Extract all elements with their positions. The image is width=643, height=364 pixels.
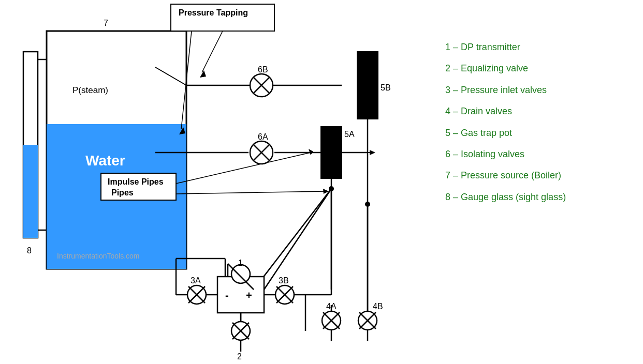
pressure-tapping-label: Pressure Tapping	[179, 8, 248, 17]
label-5a: 5A	[344, 130, 355, 139]
svg-line-35	[264, 189, 331, 290]
legend-item-6: 6 – Isolating valves	[445, 148, 632, 160]
svg-line-70	[202, 31, 223, 72]
label-steam: P(steam)	[72, 85, 108, 95]
legend-item-5: 5 – Gas trap pot	[445, 127, 632, 139]
diagram-area: 8 7 P(steam) Water InstrumentationTools.…	[0, 0, 430, 364]
svg-line-77	[176, 191, 326, 194]
legend-item-8: 8 – Gauge glass (sight glass)	[445, 191, 632, 203]
legend-item-4: 4 – Drain valves	[445, 105, 632, 117]
impulse-pipes-label2: Pipes	[111, 188, 134, 197]
svg-text:-: -	[225, 290, 229, 301]
svg-rect-3	[23, 145, 38, 238]
label-6a: 6A	[258, 132, 268, 141]
legend-item-7: 7 – Pressure source (Boiler)	[445, 170, 632, 181]
svg-rect-22	[321, 127, 342, 178]
label-8: 8	[27, 246, 32, 255]
svg-rect-14	[357, 52, 378, 119]
impulse-pipes-label: Impulse Pipes	[108, 177, 164, 186]
svg-line-27	[254, 189, 331, 290]
watermark: InstrumentationTools.com	[57, 252, 140, 260]
label-water: Water	[85, 153, 125, 169]
legend-item-2: 2 – Equalizing valve	[445, 63, 632, 74]
label-2: 2	[237, 352, 242, 361]
label-7: 7	[104, 19, 108, 27]
label-6b: 6B	[258, 65, 268, 74]
label-5b: 5B	[381, 83, 391, 92]
svg-line-75	[176, 153, 311, 184]
label-3b: 3B	[279, 276, 289, 285]
svg-marker-80	[370, 150, 375, 155]
legend-item-1: 1 – DP transmitter	[445, 41, 632, 53]
svg-text:+: +	[246, 290, 252, 301]
label-4a: 4A	[326, 302, 337, 311]
legend-area: 1 – DP transmitter 2 – Equalizing valve …	[445, 41, 632, 213]
label-3a: 3A	[191, 276, 201, 285]
legend-item-3: 3 – Pressure inlet valves	[445, 84, 632, 96]
label-4b: 4B	[373, 302, 383, 311]
svg-point-32	[231, 265, 250, 283]
svg-marker-71	[200, 70, 206, 78]
label-1: 1	[238, 259, 243, 267]
